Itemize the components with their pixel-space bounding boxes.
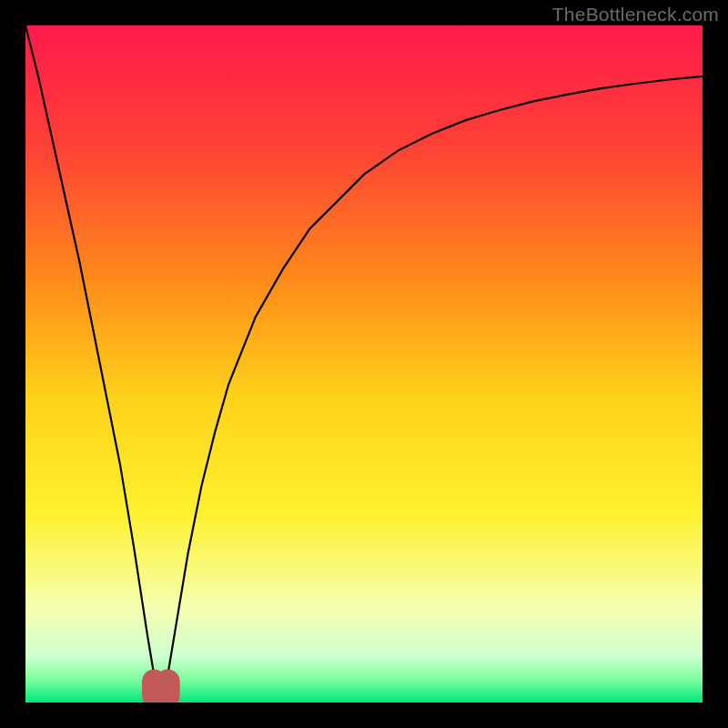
optimal-marker <box>154 682 167 700</box>
bottleneck-curve-chart <box>25 25 703 703</box>
watermark-text: TheBottleneck.com <box>552 4 719 25</box>
gradient-background <box>25 25 703 703</box>
plot-area <box>25 25 703 703</box>
chart-frame: TheBottleneck.com <box>0 0 728 728</box>
